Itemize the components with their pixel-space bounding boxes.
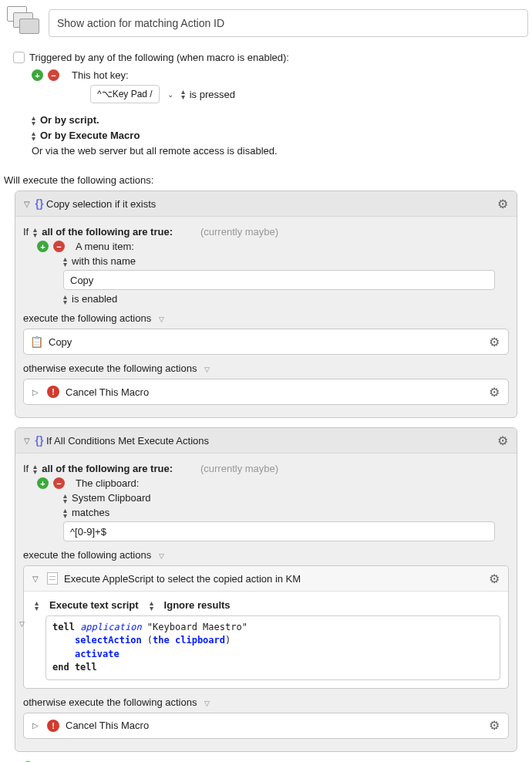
gear-icon[interactable]: ⚙	[487, 384, 502, 400]
disclosure-toggle[interactable]: ▽	[22, 200, 32, 208]
gear-icon[interactable]: ⚙	[495, 433, 510, 448]
sub-action-applescript: ▽ Execute AppleScript to select the copi…	[23, 565, 509, 689]
if-mode-selector[interactable]: ▴▾	[33, 227, 37, 238]
remove-trigger-button[interactable]: −	[48, 69, 59, 81]
execute-actions-toggle[interactable]: ▽	[154, 552, 164, 560]
gear-icon[interactable]: ⚙	[487, 718, 502, 733]
script-icon	[47, 572, 58, 585]
hotkey-state-label: is pressed	[190, 89, 235, 100]
script-disclosure[interactable]: ▽	[19, 620, 25, 628]
match-value-input[interactable]: Copy	[63, 270, 495, 290]
or-script-label: Or by script.	[40, 114, 99, 126]
script-textarea[interactable]: tell application "Keyboard Maestro" sele…	[45, 615, 500, 680]
script-source-selector[interactable]: ▴▾	[35, 600, 39, 611]
remove-condition-button[interactable]: −	[53, 241, 65, 252]
or-execute-label: Or by Execute Macro	[40, 130, 140, 141]
execute-heading: Will execute the following actions:	[4, 174, 528, 186]
or-execute-selector[interactable]: ▴▾	[32, 130, 35, 141]
state-label: is enabled	[72, 293, 117, 305]
match-mode-selector[interactable]: ▴▾	[63, 507, 67, 518]
macro-title-input[interactable]	[49, 9, 528, 37]
match-mode-label: with this name	[72, 255, 136, 267]
if-mode-label: all of the following are true:	[42, 226, 173, 238]
clipboard-icon: 📋	[30, 335, 42, 348]
or-web-label: Or via the web server but all remote acc…	[32, 145, 278, 157]
if-mode-selector[interactable]: ▴▾	[33, 464, 37, 474]
results-mode-label: Ignore results	[164, 599, 231, 611]
currently-label: (currently maybe)	[200, 463, 278, 474]
hotkey-label: This hot key:	[72, 69, 129, 81]
state-selector[interactable]: ▴▾	[63, 294, 67, 305]
otherwise-toggle[interactable]: ▽	[200, 700, 210, 707]
clipboard-source-selector[interactable]: ▴▾	[63, 493, 67, 504]
add-condition-button[interactable]: +	[37, 241, 49, 252]
triggered-label: Triggered by any of the following (when …	[29, 52, 289, 63]
gear-icon[interactable]: ⚙	[487, 334, 502, 349]
results-mode-selector[interactable]: ▴▾	[150, 600, 153, 611]
otherwise-label: otherwise execute the following actions	[23, 696, 197, 708]
hotkey-field[interactable]: ^⌥Key Pad /	[90, 85, 160, 103]
add-trigger-button[interactable]: +	[32, 69, 43, 81]
otherwise-toggle[interactable]: ▽	[200, 366, 210, 373]
alert-icon: !	[47, 720, 59, 732]
sub-action-label: Cancel This Macro	[66, 386, 149, 398]
alert-icon: !	[47, 386, 59, 398]
if-label: If	[23, 226, 29, 238]
gear-icon[interactable]: ⚙	[487, 571, 502, 586]
sub-action-title: Execute AppleScript to select the copied…	[64, 573, 301, 585]
sub-action-label: Cancel This Macro	[66, 720, 149, 731]
hotkey-menu-chevron[interactable]: ⌄	[164, 90, 177, 99]
action-panel-if-conditions: ▽ {} If All Conditions Met Execute Actio…	[15, 427, 517, 752]
sub-action-label: Copy	[49, 336, 72, 348]
action-title: Copy selection if it exists	[46, 198, 156, 210]
sub-action-cancel[interactable]: ▷ ! Cancel This Macro ⚙	[23, 379, 509, 405]
if-label: If	[23, 463, 29, 474]
match-mode-selector[interactable]: ▴▾	[63, 256, 67, 267]
clipboard-source-label: System Clipboard	[72, 492, 151, 504]
script-source-label: Execute text script	[49, 599, 139, 611]
execute-actions-toggle[interactable]: ▽	[154, 315, 164, 323]
chevron-right-icon[interactable]: ▷	[30, 721, 41, 730]
execute-actions-label: execute the following actions	[23, 549, 151, 561]
triggered-checkbox[interactable]	[13, 52, 25, 63]
regex-input[interactable]: ^[0-9]+$	[63, 521, 495, 541]
otherwise-label: otherwise execute the following actions	[23, 362, 197, 374]
or-script-selector[interactable]: ▴▾	[32, 115, 35, 126]
disclosure-toggle[interactable]: ▽	[22, 437, 32, 445]
if-mode-label: all of the following are true:	[42, 463, 173, 474]
braces-icon: {}	[32, 197, 46, 211]
currently-label: (currently maybe)	[200, 226, 278, 238]
execute-actions-label: execute the following actions	[23, 312, 151, 324]
braces-icon: {}	[32, 433, 46, 447]
action-panel-copy-selection: ▽ {} Copy selection if it exists ⚙ If ▴▾…	[15, 190, 517, 418]
remove-condition-button[interactable]: −	[53, 477, 65, 489]
disclosure-toggle[interactable]: ▽	[30, 575, 41, 583]
add-condition-button[interactable]: +	[37, 477, 49, 489]
sub-action-cancel[interactable]: ▷ ! Cancel This Macro ⚙	[23, 713, 509, 739]
hotkey-state-selector[interactable]: ▴▾	[181, 89, 185, 99]
match-mode-label: matches	[72, 507, 109, 518]
chevron-right-icon[interactable]: ▷	[30, 388, 41, 396]
gear-icon[interactable]: ⚙	[495, 196, 510, 211]
condition-type-label: The clipboard:	[76, 477, 139, 489]
action-title: If All Conditions Met Execute Actions	[46, 435, 209, 447]
sub-action-copy[interactable]: 📋 Copy ⚙	[23, 329, 509, 355]
macro-icon	[4, 4, 42, 42]
condition-type-label: A menu item:	[76, 241, 134, 252]
